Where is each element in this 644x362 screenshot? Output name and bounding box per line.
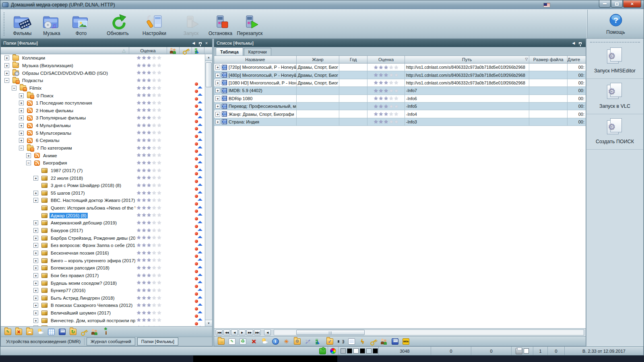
expand-toggle-icon[interactable]: + xyxy=(33,265,38,270)
rating-stars[interactable]: ★★★★★ xyxy=(136,123,161,128)
tree-rating[interactable]: ★★★★★ xyxy=(136,145,161,150)
expand-toggle-icon[interactable]: + xyxy=(33,318,38,323)
tree-row[interactable]: −Биография★★★★★ xyxy=(1,159,205,167)
delete-icon[interactable] xyxy=(250,338,257,345)
tree-rating[interactable]: ★★★★★ xyxy=(136,63,161,68)
name-cell[interactable]: +[480p] Многоголосый, Р - Honey& xyxy=(214,71,297,78)
weather-icon[interactable] xyxy=(261,338,268,345)
language-flag-icon[interactable] xyxy=(543,3,550,7)
rating-stars[interactable]: ★★★★★ xyxy=(136,78,161,83)
expand-toggle-icon[interactable]: + xyxy=(215,119,220,124)
tree-rating[interactable]: ★★★★★ xyxy=(136,152,161,158)
header-tool-users[interactable] xyxy=(167,47,180,54)
users-icon[interactable] xyxy=(91,329,98,335)
close-button[interactable]: × xyxy=(623,0,641,8)
rating-stars[interactable]: ★★★★★ xyxy=(136,205,161,210)
tree-row[interactable]: +3 дня с Роми Шнайдер (2018) (8)★★★★★ xyxy=(1,182,205,189)
restore-button[interactable] xyxy=(611,0,623,8)
tree-rating[interactable]: ★★★★★ xyxy=(136,183,161,188)
tree-row[interactable]: +Бесконечная поэзия (2016)★★★★★ xyxy=(1,249,205,257)
help-button[interactable]: ? Помощь xyxy=(601,11,630,37)
expand-toggle-icon[interactable]: + xyxy=(19,108,24,113)
rating-cell[interactable]: ★★★★★ xyxy=(367,79,405,86)
tree-row[interactable]: +Бинго – король утреннего эфира (2017)★★… xyxy=(1,257,205,264)
column-header[interactable]: Путь▽ xyxy=(405,56,529,63)
tree-row[interactable]: +Аджар (2016) (8)★★★★★ xyxy=(1,212,205,219)
rating-stars[interactable]: ★★★★★ xyxy=(136,257,161,263)
column-header[interactable]: Длите xyxy=(568,56,586,63)
pin-panel-icon[interactable] xyxy=(197,40,203,46)
rating-stars[interactable]: ★★★★★ xyxy=(136,100,161,105)
folder-share-icon[interactable] xyxy=(26,329,33,335)
tree-rating[interactable]: ★★★★★ xyxy=(136,250,161,255)
tree-rating[interactable]: ★★★★★ xyxy=(136,205,161,210)
rating-stars[interactable]: ★★★★★ xyxy=(136,265,161,270)
tree-row[interactable]: +В поисках Сахарного Человека (2012)★★★★… xyxy=(1,302,205,309)
hscrollbar-thumb[interactable] xyxy=(296,330,365,335)
expand-toggle-icon[interactable]: + xyxy=(33,198,38,203)
tree-row[interactable]: +Будешь моим соседом? (2018)★★★★★ xyxy=(1,279,205,287)
expand-toggle-icon[interactable]: + xyxy=(19,93,24,98)
rating-stars[interactable]: ★★★★★ xyxy=(136,302,161,308)
sidebar-action-button[interactable]: ⚙Создать ПОИСК xyxy=(586,114,643,150)
tree-row[interactable]: +2 Новые фильмы★★★★★ xyxy=(1,107,205,114)
expand-toggle-icon[interactable]: + xyxy=(4,56,9,60)
expand-toggle-icon[interactable]: + xyxy=(33,243,38,248)
tree-row[interactable]: +Величайший шоумен (2017)★★★★★ xyxy=(1,309,205,317)
save-icon[interactable] xyxy=(59,329,66,335)
sort-up-icon[interactable] xyxy=(195,47,202,54)
view-tab[interactable]: Карточки xyxy=(244,48,271,56)
tree-rating[interactable]: ★★★★★ xyxy=(136,220,161,225)
sidebar-action-button[interactable]: ⚙Запуск HMSEditor xyxy=(586,43,643,79)
name-cell[interactable]: +Жанр: Драмы, Спорт, Биографи xyxy=(214,110,297,117)
scroll-down-icon[interactable]: ▼ xyxy=(205,320,212,326)
rating-stars[interactable]: ★★★★★ xyxy=(374,80,398,85)
tree-rating[interactable]: ★★★★★ xyxy=(136,175,161,180)
rating-stars[interactable]: ★★★★★ xyxy=(136,160,161,165)
nav-last-icon[interactable]: ▶▶| xyxy=(254,329,261,335)
nav-forward-icon[interactable]: ▶▶ xyxy=(246,329,253,335)
collapse-list-icon[interactable]: ◀ xyxy=(570,40,577,46)
rating-stars[interactable]: ★★★★★ xyxy=(136,310,161,315)
folder-import-icon[interactable] xyxy=(70,329,76,335)
rating-column-header[interactable]: Оценка xyxy=(129,47,167,54)
table-row[interactable]: +Страна: Индия★★★★★-Info300: xyxy=(214,118,586,126)
users-icon[interactable] xyxy=(170,47,177,54)
tree-row[interactable]: −7 По категориям★★★★★ xyxy=(1,144,205,152)
table-row[interactable]: +IMDB: 5.9 (4402)★★★★★-Info700: xyxy=(214,87,586,95)
expand-toggle-icon[interactable]: + xyxy=(33,303,38,308)
expand-toggle-icon[interactable]: + xyxy=(19,123,24,128)
tree-rating[interactable]: ★★★★★ xyxy=(136,295,161,300)
rating-cell[interactable]: ★★★★★ xyxy=(367,64,405,71)
rating-cell[interactable]: ★★★★★ xyxy=(367,118,405,125)
expand-toggle-icon[interactable]: − xyxy=(12,86,17,90)
folder-delete-icon[interactable] xyxy=(15,329,22,335)
rating-stars[interactable]: ★★★★★ xyxy=(136,212,161,218)
palm-icon[interactable] xyxy=(102,329,109,335)
tree-row[interactable]: +Коллекции★★★★★ xyxy=(1,54,205,62)
expand-toggle-icon[interactable]: + xyxy=(26,153,31,158)
plugin-icon[interactable] xyxy=(319,348,326,354)
tree-row[interactable]: +1 Последние поступления★★★★★ xyxy=(1,99,205,107)
rating-stars[interactable]: ★★★★★ xyxy=(136,243,161,248)
tree-rating[interactable]: ★★★★★ xyxy=(136,107,161,113)
tree-row[interactable]: +Богемская рапсодия (2018)★★★★★ xyxy=(1,264,205,272)
expand-toggle-icon[interactable]: + xyxy=(33,296,38,300)
name-cell[interactable]: +[1080 HD] Многоголосый, Р - Нон xyxy=(214,79,297,86)
expand-toggle-icon[interactable]: + xyxy=(19,131,24,136)
name-cell[interactable]: +Страна: Индия xyxy=(214,118,297,125)
toolbar-button-music[interactable]: ♫Музыка xyxy=(37,10,66,38)
rating-stars[interactable]: ★★★★★ xyxy=(136,235,161,240)
toolbar-button-restart[interactable]: Перезапуск xyxy=(235,10,264,38)
tree-row[interactable]: +Винчестер. Дом, который построили призр… xyxy=(1,317,205,324)
tree-row[interactable]: +5 Мультсериалы★★★★★ xyxy=(1,129,205,137)
rating-stars[interactable]: ★★★★★ xyxy=(136,288,161,293)
rating-stars[interactable]: ★★★★★ xyxy=(136,85,161,90)
expand-toggle-icon[interactable]: + xyxy=(33,281,38,286)
page-edit-icon[interactable] xyxy=(229,338,235,345)
rating-stars[interactable]: ★★★★★ xyxy=(136,70,161,75)
tree-rating[interactable]: ★★★★★ xyxy=(136,302,161,308)
rating-stars[interactable]: ★★★★★ xyxy=(136,63,161,68)
rating-cell[interactable]: ★★★★★ xyxy=(367,110,405,117)
expand-toggle-icon[interactable]: + xyxy=(33,251,38,255)
